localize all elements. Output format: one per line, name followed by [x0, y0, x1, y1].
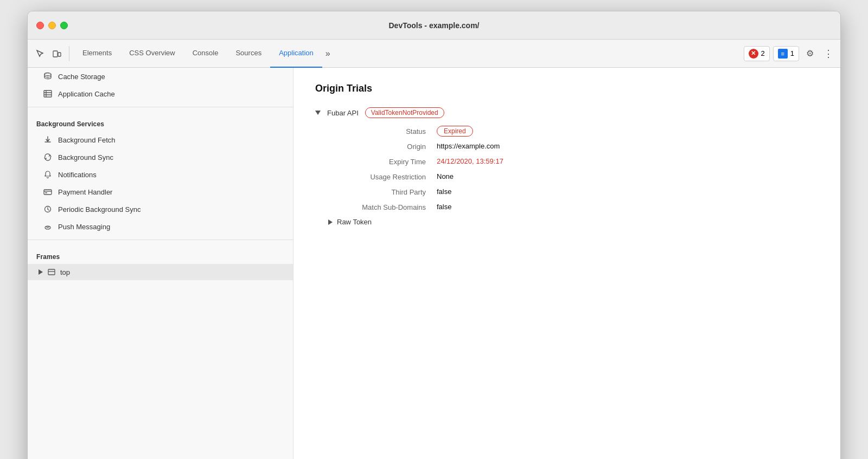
sidebar-item-payment-handler[interactable]: Payment Handler	[28, 183, 293, 201]
token-badge: ValidTokenNotProvided	[365, 107, 444, 118]
application-cache-icon	[43, 89, 53, 99]
error-badge-button[interactable]: ✕ 2	[744, 46, 770, 61]
cache-storage-icon	[43, 72, 53, 81]
sidebar-item-top-frame[interactable]: top	[28, 264, 293, 280]
origin-label: Origin	[328, 142, 437, 151]
match-subdomains-value: false	[437, 203, 451, 211]
maximize-button[interactable]	[60, 22, 68, 29]
minimize-button[interactable]	[48, 22, 56, 29]
background-fetch-icon	[43, 135, 53, 145]
devtools-icons	[32, 46, 69, 61]
svg-rect-0	[53, 51, 58, 57]
payment-handler-icon	[43, 187, 53, 197]
background-sync-icon	[43, 152, 53, 162]
third-party-row: Third Party false	[315, 188, 819, 196]
usage-label: Usage Restriction	[328, 172, 437, 181]
collapse-api-icon[interactable]	[315, 111, 321, 115]
sidebar-item-background-fetch[interactable]: Background Fetch	[28, 131, 293, 148]
svg-rect-12	[48, 269, 55, 275]
traffic-lights	[36, 22, 68, 29]
status-row: Status Expired	[315, 127, 819, 135]
devtools-window: DevTools - example.com/ Elements CSS Ove…	[27, 11, 841, 459]
sidebar-section-frames: Frames	[28, 244, 293, 264]
svg-rect-1	[58, 53, 61, 56]
status-badge: Expired	[437, 126, 473, 137]
svg-point-2	[44, 73, 51, 76]
api-section: Fubar API ValidTokenNotProvided Status E…	[315, 107, 819, 226]
status-value: Expired	[437, 127, 473, 135]
more-tabs-button[interactable]: »	[322, 49, 334, 59]
expiry-row: Expiry Time 24/12/2020, 13:59:17	[315, 157, 819, 166]
tab-sources[interactable]: Sources	[227, 40, 270, 68]
origin-row: Origin https://example.com	[315, 142, 819, 151]
push-messaging-icon	[43, 222, 53, 231]
third-party-value: false	[437, 188, 451, 196]
error-icon: ✕	[749, 49, 758, 59]
sidebar-item-periodic-background-sync[interactable]: Periodic Background Sync	[28, 201, 293, 218]
periodic-background-sync-icon	[43, 204, 53, 214]
warning-icon: ≡	[778, 49, 788, 59]
tabbar: Elements CSS Overview Console Sources Ap…	[28, 40, 840, 68]
usage-row: Usage Restriction None	[315, 172, 819, 181]
sidebar-item-background-sync[interactable]: Background Sync	[28, 148, 293, 166]
expiry-label: Expiry Time	[328, 157, 437, 166]
raw-token-label: Raw Token	[337, 218, 372, 226]
sidebar-item-application-cache[interactable]: Application Cache	[28, 85, 293, 102]
api-header-row: Fubar API ValidTokenNotProvided	[315, 107, 819, 118]
tab-console[interactable]: Console	[184, 40, 227, 68]
sidebar-section-background-services: Background Services	[28, 112, 293, 131]
tab-application[interactable]: Application	[270, 40, 322, 68]
svg-rect-8	[45, 192, 47, 193]
svg-rect-3	[44, 90, 52, 97]
raw-token-row[interactable]: Raw Token	[315, 218, 819, 226]
sidebar-item-push-messaging[interactable]: Push Messaging	[28, 218, 293, 235]
expand-raw-token-icon	[328, 219, 333, 225]
sidebar-item-notifications[interactable]: Notifications	[28, 166, 293, 183]
status-label: Status	[328, 127, 437, 135]
sidebar-divider-2	[28, 240, 293, 240]
titlebar: DevTools - example.com/	[28, 11, 840, 40]
sidebar-divider-1	[28, 107, 293, 107]
tab-css-overview[interactable]: CSS Overview	[120, 40, 184, 68]
origin-value: https://example.com	[437, 142, 500, 150]
page-title: Origin Trials	[315, 83, 819, 94]
main-content: Cache Storage Application Cache Backgrou…	[28, 68, 840, 459]
window-title: DevTools - example.com/	[388, 21, 479, 30]
expand-icon	[39, 269, 43, 275]
expiry-value: 24/12/2020, 13:59:17	[437, 157, 503, 165]
close-button[interactable]	[36, 22, 44, 29]
match-subdomains-label: Match Sub-Domains	[328, 203, 437, 211]
sidebar-item-cache-storage[interactable]: Cache Storage	[28, 68, 293, 85]
device-mode-icon[interactable]	[49, 46, 65, 61]
notifications-icon	[43, 170, 53, 179]
sidebar: Cache Storage Application Cache Backgrou…	[28, 68, 293, 459]
settings-button[interactable]: ⚙	[802, 46, 818, 61]
third-party-label: Third Party	[328, 188, 437, 196]
match-subdomains-row: Match Sub-Domains false	[315, 203, 819, 211]
svg-rect-7	[44, 190, 52, 195]
api-name: Fubar API	[327, 109, 359, 117]
warning-badge-button[interactable]: ≡ 1	[773, 46, 799, 61]
main-panel: Origin Trials Fubar API ValidTokenNotPro…	[293, 68, 840, 459]
more-options-button[interactable]: ⋮	[821, 46, 836, 61]
usage-value: None	[437, 172, 454, 180]
tabbar-right-controls: ✕ 2 ≡ 1 ⚙ ⋮	[744, 46, 836, 61]
inspect-icon[interactable]	[32, 46, 47, 61]
frame-icon	[47, 268, 56, 276]
tab-elements[interactable]: Elements	[74, 40, 120, 68]
svg-point-11	[47, 227, 48, 228]
